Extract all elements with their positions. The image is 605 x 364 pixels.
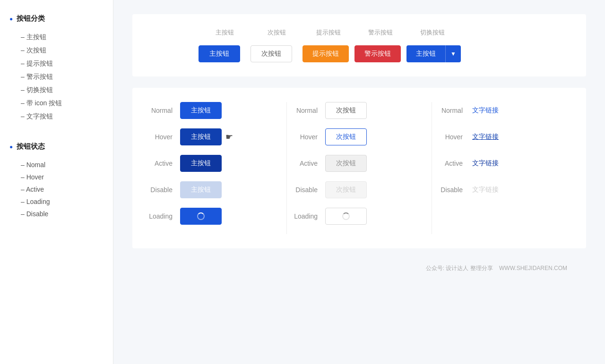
secondary-button[interactable]: 次按钮 [251, 45, 292, 62]
sidebar: 按钮分类 – 主按钮 – 次按钮 – 提示按钮 – 警示按钮 – 切换按钮 – … [0, 0, 113, 364]
spinner-primary [197, 212, 205, 220]
sidebar-section2-title: 按钮状态 [9, 142, 104, 151]
primary-normal-row: Normal 主按钮 [147, 102, 282, 119]
hover-label-1: Hover [147, 133, 173, 141]
secondary-states-col: Normal 次按钮 Hover 次按钮 Active 次按钮 [287, 102, 432, 234]
sidebar-section-classification: 按钮分类 – 主按钮 – 次按钮 – 提示按钮 – 警示按钮 – 切换按钮 – … [9, 14, 104, 123]
text-active-button[interactable]: 文字链接 [470, 155, 501, 172]
text-hover-row: Hover 文字链接 [437, 128, 572, 145]
split-main-button[interactable]: 主按钮 [406, 45, 445, 62]
header-danger: 警示按钮 [354, 28, 406, 37]
header-primary: 主按钮 [199, 28, 251, 37]
disable-label-2: Disable [292, 186, 318, 194]
secondary-normal-button[interactable]: 次按钮 [325, 102, 367, 119]
spinner-secondary [342, 212, 350, 220]
primary-button[interactable]: 主按钮 [199, 45, 240, 62]
sidebar-item-normal[interactable]: – Nomal [9, 159, 104, 171]
sidebar-item-primary[interactable]: – 主按钮 [9, 31, 104, 44]
active-label-1: Active [147, 160, 173, 167]
sidebar-item-secondary[interactable]: – 次按钮 [9, 44, 104, 57]
secondary-disabled-button: 次按钮 [325, 181, 367, 198]
secondary-active-row: Active 次按钮 [292, 155, 427, 172]
loading-label-1: Loading [147, 212, 173, 220]
primary-hover-row: Hover 主按钮 ☛ [147, 128, 282, 145]
disable-label-3: Disable [437, 186, 463, 194]
split-arrow-button[interactable]: ▼ [445, 45, 461, 62]
hover-label-2: Hover [292, 133, 318, 141]
sidebar-section1-title: 按钮分类 [9, 14, 104, 23]
normal-label-2: Normal [292, 107, 318, 114]
footer: 公众号: 设计达人 整理分享 WWW.SHEJIDAREN.COM [132, 260, 586, 277]
text-normal-row: Normal 文字链接 [437, 102, 572, 119]
active-label-2: Active [292, 160, 318, 167]
text-normal-button[interactable]: 文字链接 [470, 102, 501, 119]
btn-classification-section: 主按钮 次按钮 提示按钮 警示按钮 切换按钮 主按钮 次按钮 提示按钮 [132, 14, 586, 76]
primary-active-row: Active 主按钮 [147, 155, 282, 172]
sidebar-item-active[interactable]: – Active [9, 183, 104, 195]
primary-hover-button[interactable]: 主按钮 [180, 128, 222, 145]
sidebar-item-warning[interactable]: – 提示按钮 [9, 57, 104, 70]
secondary-loading-row: Loading [292, 208, 427, 225]
secondary-normal-row: Normal 次按钮 [292, 102, 427, 119]
header-secondary: 次按钮 [251, 28, 302, 37]
footer-url: WWW.SHEJIDAREN.COM [499, 265, 567, 271]
secondary-disable-row: Disable 次按钮 [292, 181, 427, 198]
sidebar-section-states: 按钮状态 – Nomal – Hover – Active – Loading … [9, 142, 104, 220]
btn-states-section: Normal 主按钮 Hover 主按钮 ☛ Active 主按钮 [132, 88, 586, 248]
sidebar-item-danger[interactable]: – 警示按钮 [9, 70, 104, 84]
primary-disable-row: Disable 主按钮 [147, 181, 282, 198]
primary-states-col: Normal 主按钮 Hover 主按钮 ☛ Active 主按钮 [147, 102, 286, 234]
sidebar-item-disable[interactable]: – Disable [9, 208, 104, 220]
secondary-hover-button[interactable]: 次按钮 [325, 128, 367, 145]
sidebar-item-loading[interactable]: – Loading [9, 195, 104, 208]
danger-button[interactable]: 警示按钮 [354, 45, 401, 62]
text-active-row: Active 文字链接 [437, 155, 572, 172]
split-button[interactable]: 主按钮 ▼ [406, 45, 461, 62]
text-hover-button[interactable]: 文字链接 [470, 128, 501, 145]
normal-label-1: Normal [147, 107, 173, 114]
primary-loading-button [180, 208, 222, 225]
main-content: 主按钮 次按钮 提示按钮 警示按钮 切换按钮 主按钮 次按钮 提示按钮 [113, 0, 605, 364]
primary-active-button[interactable]: 主按钮 [180, 155, 222, 172]
secondary-hover-row: Hover 次按钮 [292, 128, 427, 145]
sidebar-item-split[interactable]: – 切换按钮 [9, 84, 104, 97]
header-split: 切换按钮 [406, 28, 458, 37]
hover-label-3: Hover [437, 133, 463, 141]
active-label-3: Active [437, 160, 463, 167]
loading-label-2: Loading [292, 212, 318, 220]
text-disabled-button: 文字链接 [470, 181, 501, 198]
primary-normal-button[interactable]: 主按钮 [180, 102, 222, 119]
warning-button[interactable]: 提示按钮 [302, 45, 349, 62]
sidebar-item-icon[interactable]: – 带 icon 按钮 [9, 97, 104, 110]
header-warning: 提示按钮 [302, 28, 354, 37]
text-disable-row: Disable 文字链接 [437, 181, 572, 198]
secondary-active-button[interactable]: 次按钮 [325, 155, 367, 172]
disable-label-1: Disable [147, 186, 173, 194]
primary-disabled-button: 主按钮 [180, 181, 222, 198]
primary-loading-row: Loading [147, 208, 282, 225]
footer-text: 公众号: 设计达人 整理分享 [426, 265, 493, 271]
sidebar-item-text[interactable]: – 文字按钮 [9, 110, 104, 123]
normal-label-3: Normal [437, 107, 463, 114]
text-states-col: Normal 文字链接 Hover 文字链接 Active 文字链接 [432, 102, 572, 234]
sidebar-item-hover[interactable]: – Hover [9, 171, 104, 183]
cursor-icon: ☛ [225, 132, 233, 142]
secondary-loading-button [325, 208, 367, 225]
